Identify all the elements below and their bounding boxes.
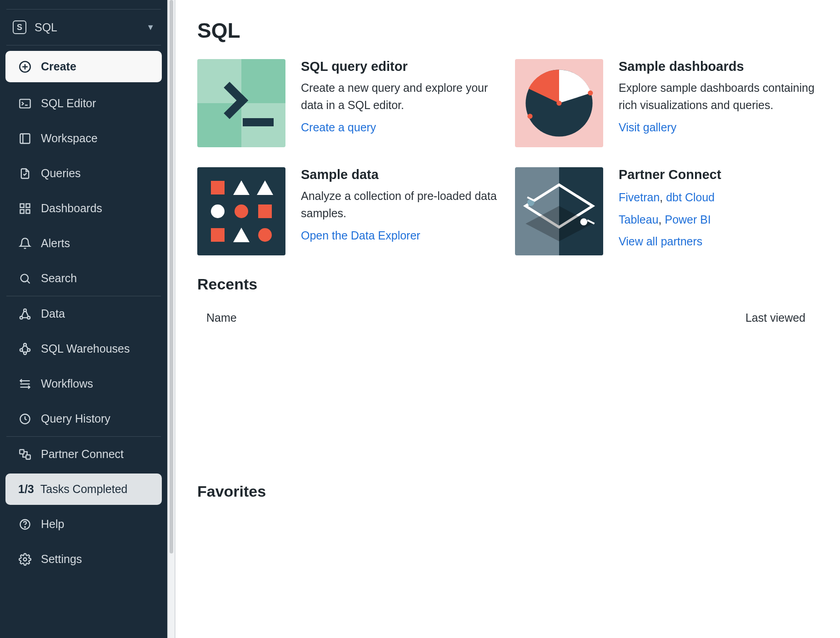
- sidebar-item-partner-connect[interactable]: Partner Connect: [5, 439, 162, 470]
- recents-title: Recents: [197, 275, 815, 293]
- partner-connect-thumbnail: [515, 167, 603, 255]
- scrollbar-thumb[interactable]: [170, 0, 173, 553]
- chevron-down-icon: ▼: [146, 23, 155, 32]
- svg-point-30: [588, 90, 593, 95]
- sidebar-item-workflows[interactable]: Workflows: [5, 368, 162, 399]
- card-partner-connect: Partner Connect Fivetran, dbt Cloud Tabl…: [515, 167, 815, 255]
- partner-connect-icon: [18, 448, 32, 461]
- svg-point-36: [580, 219, 588, 226]
- column-header-name: Name: [206, 311, 237, 324]
- sidebar-item-label: Workspace: [41, 132, 98, 145]
- sidebar-item-label: SQL Warehouses: [41, 342, 130, 355]
- sidebar-item-query-history[interactable]: Query History: [5, 403, 162, 434]
- tasks-completed-button[interactable]: 1/3 Tasks Completed: [5, 474, 162, 505]
- sidebar-item-data[interactable]: Data: [5, 298, 162, 329]
- tasks-count: 1/3: [18, 483, 34, 496]
- svg-point-28: [24, 558, 27, 561]
- card-title: Sample data: [301, 167, 497, 182]
- warehouse-icon: [18, 343, 32, 355]
- help-icon: [18, 518, 32, 531]
- sidebar-item-label: Settings: [41, 553, 82, 566]
- create-query-link[interactable]: Create a query: [301, 121, 376, 134]
- card-sample-dashboards: Sample dashboards Explore sample dashboa…: [515, 59, 815, 147]
- gear-icon: [18, 553, 32, 566]
- favorites-title: Favorites: [197, 483, 815, 500]
- persona-label: SQL: [35, 21, 57, 34]
- partner-link-dbt-cloud[interactable]: dbt Cloud: [666, 191, 715, 204]
- card-sql-query-editor: SQL query editor Create a new query and …: [197, 59, 497, 147]
- terminal-icon: [18, 97, 32, 110]
- sidebar-item-label: Partner Connect: [41, 448, 124, 461]
- svg-point-31: [556, 100, 561, 105]
- svg-point-11: [21, 274, 28, 281]
- sidebar-item-workspace[interactable]: Workspace: [5, 123, 162, 154]
- sidebar-item-search[interactable]: Search: [5, 263, 162, 294]
- partner-link-fivetran[interactable]: Fivetran: [619, 191, 660, 204]
- data-icon: [18, 308, 32, 320]
- sidebar-item-sql-warehouses[interactable]: SQL Warehouses: [5, 333, 162, 364]
- create-button[interactable]: Create: [5, 51, 162, 82]
- sidebar-item-settings[interactable]: Settings: [5, 543, 162, 575]
- svg-point-32: [527, 114, 532, 119]
- sql-persona-icon: S: [13, 20, 26, 34]
- plus-circle-icon: [18, 60, 32, 73]
- svg-rect-24: [20, 449, 24, 454]
- svg-line-12: [27, 280, 30, 283]
- svg-rect-9: [20, 209, 24, 213]
- view-all-partners-link[interactable]: View all partners: [619, 235, 702, 248]
- sidebar-item-label: SQL Editor: [41, 97, 96, 110]
- open-data-explorer-link[interactable]: Open the Data Explorer: [301, 229, 420, 242]
- svg-point-13: [24, 309, 26, 311]
- persona-switcher[interactable]: S SQL ▼: [0, 10, 167, 45]
- svg-rect-25: [26, 455, 30, 459]
- svg-rect-7: [20, 204, 24, 207]
- column-header-last-viewed: Last viewed: [745, 311, 805, 324]
- sidebar-item-label: Search: [41, 272, 77, 285]
- svg-point-27: [25, 526, 25, 527]
- main-content: SQL SQL query editor Create a new query …: [175, 0, 840, 638]
- create-label: Create: [41, 60, 76, 73]
- history-icon: [18, 413, 32, 425]
- recents-table-header: Name Last viewed: [197, 306, 815, 330]
- sidebar-item-label: Alerts: [41, 237, 70, 250]
- sidebar-item-label: Queries: [41, 167, 81, 180]
- bell-icon: [18, 237, 32, 250]
- sidebar-item-dashboards[interactable]: Dashboards: [5, 193, 162, 224]
- sidebar-item-help[interactable]: Help: [5, 508, 162, 540]
- svg-point-15: [27, 316, 30, 319]
- queries-icon: [18, 167, 32, 180]
- sidebar-item-alerts[interactable]: Alerts: [5, 228, 162, 259]
- svg-rect-5: [20, 134, 30, 143]
- dashboard-icon: [18, 202, 32, 215]
- search-icon: [18, 272, 32, 285]
- recents-table-body: [197, 330, 815, 475]
- card-description: Analyze a collection of pre-loaded data …: [301, 188, 497, 222]
- workflows-icon: [18, 378, 32, 390]
- sidebar-item-label: Dashboards: [41, 202, 102, 215]
- card-title: Sample dashboards: [619, 59, 815, 74]
- sidebar: S SQL ▼ Create SQL Editor Workspace Quer…: [0, 0, 167, 638]
- sidebar-item-queries[interactable]: Queries: [5, 158, 162, 189]
- card-description: Create a new query and explore your data…: [301, 80, 497, 114]
- svg-rect-3: [20, 99, 30, 108]
- visit-gallery-link[interactable]: Visit gallery: [619, 121, 676, 134]
- tasks-label: Tasks Completed: [40, 483, 128, 496]
- sidebar-item-label: Query History: [41, 412, 110, 425]
- card-description: Explore sample dashboards containing ric…: [619, 80, 815, 114]
- sidebar-item-label: Data: [41, 307, 65, 320]
- sidebar-item-label: Workflows: [41, 377, 93, 390]
- page-title: SQL: [197, 18, 815, 43]
- card-title: Partner Connect: [619, 167, 815, 182]
- sidebar-item-sql-editor[interactable]: SQL Editor: [5, 88, 162, 119]
- svg-rect-8: [26, 204, 30, 207]
- sql-editor-thumbnail: [197, 59, 285, 147]
- landing-cards: SQL query editor Create a new query and …: [197, 59, 815, 255]
- scrollbar-track[interactable]: [167, 0, 175, 638]
- svg-point-14: [20, 316, 23, 319]
- sidebar-item-label: Help: [41, 518, 64, 531]
- partner-links: Fivetran, dbt Cloud Tableau, Power BI Vi…: [619, 188, 815, 251]
- svg-rect-10: [26, 209, 30, 213]
- partner-link-powerbi[interactable]: Power BI: [665, 213, 710, 226]
- card-sample-data: Sample data Analyze a collection of pre-…: [197, 167, 497, 255]
- partner-link-tableau[interactable]: Tableau: [619, 213, 659, 226]
